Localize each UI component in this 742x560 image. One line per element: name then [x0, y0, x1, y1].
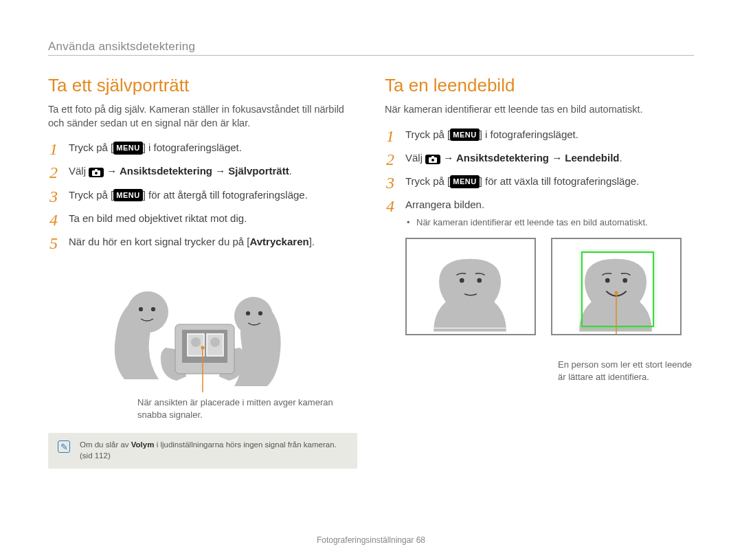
camera-icon [89, 168, 104, 177]
divider [48, 55, 694, 56]
svg-rect-18 [431, 156, 434, 158]
col-right: Ta en leendebild När kameran identifiera… [385, 75, 694, 469]
menu-icon: MENU [450, 175, 479, 188]
selfie-illustration: När ansikten är placerade i mitten avger… [48, 258, 357, 421]
svg-rect-1 [95, 169, 98, 171]
col-left: Ta ett självporträtt Ta ett foto på dig … [48, 75, 357, 469]
breadcrumb: Använda ansiktsdetektering [48, 40, 694, 54]
right-steps: Tryck på [MENU] i fotograferingsläget. V… [385, 128, 694, 229]
right-callout: En person som ler ett stort leende är lä… [558, 359, 694, 383]
svg-point-19 [431, 159, 434, 161]
svg-point-14 [210, 337, 220, 347]
svg-point-3 [127, 291, 168, 333]
svg-point-2 [95, 172, 98, 175]
left-step-1: Tryck på [MENU] i fotograferingsläget. [48, 141, 357, 155]
left-callout: När ansikten är placerade i mitten avger… [137, 396, 357, 421]
svg-point-6 [152, 308, 155, 311]
left-intro: Ta ett foto på dig själv. Kameran ställe… [48, 103, 357, 130]
smile-images [405, 238, 694, 335]
columns: Ta ett självporträtt Ta ett foto på dig … [48, 75, 694, 469]
left-step-2: Välj → Ansiktsdetektering → Självporträt… [48, 164, 357, 178]
right-step-4: Arrangera bilden. När kameran identifier… [385, 198, 694, 228]
right-title: Ta en leendebild [385, 75, 694, 96]
note-icon: ✎ [58, 440, 70, 453]
left-title: Ta ett självporträtt [48, 75, 357, 96]
right-step-4-sub: När kameran identifierar ett leende tas … [405, 216, 694, 229]
left-step-5: När du hör en kort signal trycker du på … [48, 235, 357, 249]
left-step-3: Tryck på [MENU] för att återgå till foto… [48, 188, 357, 202]
page-footer: Fotograferingsinställningar 68 [0, 535, 742, 545]
svg-point-5 [139, 308, 143, 311]
svg-point-27 [615, 291, 618, 295]
menu-icon: MENU [113, 189, 142, 202]
detect-box-white [431, 246, 513, 328]
smile-image-smiling [551, 238, 682, 335]
right-step-1: Tryck på [MENU] i fotograferingsläget. [385, 128, 694, 142]
left-step-4: Ta en bild med objektivet riktat mot dig… [48, 212, 357, 225]
svg-point-7 [247, 312, 250, 315]
svg-point-8 [259, 312, 262, 315]
note-box: ✎ Om du slår av Volym i ljudinställninga… [48, 433, 357, 468]
right-intro: När kameran identifierar ett leende tas … [385, 103, 694, 117]
note-text: Om du slår av Volym i ljudinställningarn… [80, 440, 348, 461]
right-step-3: Tryck på [MENU] för att växla till fotog… [385, 175, 694, 188]
svg-point-16 [201, 346, 205, 350]
svg-point-12 [191, 337, 201, 347]
right-step-2: Välj → Ansiktsdetektering → Leendebild. [385, 151, 694, 165]
menu-icon: MENU [450, 128, 479, 142]
left-steps: Tryck på [MENU] i fotograferingsläget. V… [48, 141, 357, 249]
smile-image-neutral [405, 238, 536, 335]
camera-icon [425, 155, 440, 164]
menu-icon: MENU [113, 142, 142, 155]
detect-box-green [581, 251, 654, 327]
svg-point-4 [234, 297, 273, 335]
